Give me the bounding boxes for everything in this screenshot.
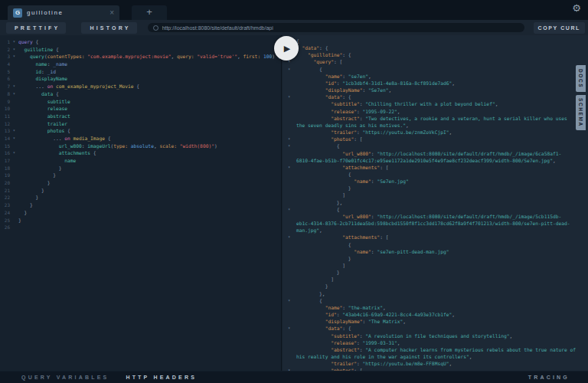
response-line: "url_w800": "http://localhost:8080/site/… (296, 150, 576, 164)
playground-main: 1▾query {2▾ guillotine {3▾ query(content… (0, 35, 588, 372)
fold-gutter (10, 179, 18, 187)
fold-gutter (10, 98, 18, 106)
endpoint-url-input[interactable] (162, 25, 519, 31)
editor-line: 11 abstract (0, 113, 281, 120)
response-line: ▾ { (296, 297, 576, 304)
fold-toggle-icon[interactable]: ▾ (288, 66, 290, 73)
code-text: photos { (18, 127, 281, 135)
editor-line: 21 } (0, 187, 281, 195)
schema-tab[interactable]: SCHEMA (576, 95, 586, 130)
line-number: 22 (0, 194, 10, 201)
response-line: } (296, 283, 576, 290)
fold-toggle-icon[interactable]: ▾ (10, 46, 18, 54)
docs-tab[interactable]: DOCS (576, 65, 586, 92)
code-text: url_w800: imageUrl(type: absolute, scale… (18, 142, 281, 150)
prettify-button[interactable]: PRETTIFY (6, 22, 66, 34)
editor-line: 22 } (0, 194, 281, 201)
line-number: 16 (0, 149, 10, 157)
code-text: } (18, 194, 281, 201)
response-line: "displayName": "Se7en", (296, 87, 576, 93)
response-line: ▾{ (296, 38, 576, 44)
response-line: }, (296, 290, 576, 297)
response-line: "displayName": "The Matrix", (296, 318, 576, 325)
code-text: trailer (18, 120, 281, 128)
history-button[interactable]: HISTORY (81, 22, 136, 34)
fold-toggle-icon[interactable]: ▾ (288, 234, 290, 241)
fold-toggle-icon[interactable]: ▾ (288, 325, 290, 332)
code-text: id: _id (18, 68, 281, 76)
response-line: } (296, 255, 576, 262)
execute-query-button[interactable]: ▶ (274, 36, 299, 61)
settings-gear-icon[interactable]: ⚙ (572, 2, 581, 14)
play-icon: ▶ (284, 44, 290, 53)
editor-line: 15 url_w800: imageUrl(type: absolute, sc… (0, 142, 281, 150)
fold-toggle-icon[interactable]: ▾ (10, 38, 18, 46)
fold-toggle-icon[interactable]: ▾ (288, 93, 290, 100)
line-number: 23 (0, 201, 10, 209)
line-number: 3 (0, 53, 10, 61)
fold-gutter (10, 217, 18, 224)
endpoint-url-bar (148, 23, 524, 32)
editor-line: 17 name (0, 157, 281, 165)
editor-line: 7▾ ... on com_example_myproject_Movie { (0, 83, 281, 90)
line-number: 18 (0, 165, 10, 172)
editor-line: 9 subtitle (0, 98, 281, 106)
response-line: ] (296, 192, 576, 198)
fold-toggle-icon[interactable]: ▾ (288, 206, 290, 213)
response-line: ▾ { (296, 66, 576, 73)
line-number: 7 (0, 83, 10, 90)
fold-toggle-icon[interactable]: ▾ (288, 297, 290, 304)
query-variables-tab[interactable]: QUERY VARIABLES (21, 375, 109, 380)
fold-toggle-icon[interactable]: ▾ (10, 127, 18, 135)
fold-toggle-icon[interactable]: ▾ (10, 83, 18, 90)
line-number: 14 (0, 135, 10, 142)
http-headers-tab[interactable]: HTTP HEADERS (126, 375, 197, 380)
fold-gutter (10, 165, 18, 172)
fold-gutter (10, 142, 18, 150)
response-line: ▾ "guillotine": { (296, 51, 576, 58)
new-tab-button[interactable]: + (132, 5, 167, 20)
code-text: } (18, 209, 281, 217)
close-tab-icon[interactable]: × (109, 9, 114, 17)
code-text: name: _name (18, 61, 281, 68)
code-text: query(contentTypes: "com.example.myproje… (18, 53, 281, 61)
response-line: ▾ "photos": [ (296, 136, 576, 142)
code-text: subtitle (18, 98, 281, 106)
copy-curl-button[interactable]: COPY CURL (534, 22, 586, 34)
response-line: "url_w800": "http://localhost:8080/site/… (296, 213, 576, 234)
code-text: name (18, 157, 281, 165)
response-line: }, (296, 199, 576, 206)
line-number: 25 (0, 217, 10, 224)
fold-toggle-icon[interactable]: ▾ (288, 142, 290, 149)
editor-line: 8▾ data { (0, 90, 281, 98)
response-line: ▾ "attachments": [ (296, 234, 576, 241)
code-text: } (18, 172, 281, 179)
code-text: } (18, 165, 281, 172)
response-line: "trailer": "https://youtu.be/znmZoVkCjpI… (296, 129, 576, 136)
code-text: query { (18, 38, 281, 46)
fold-gutter (10, 201, 18, 209)
fold-toggle-icon[interactable]: ▾ (10, 149, 18, 157)
response-line: { (296, 171, 576, 178)
fold-toggle-icon[interactable]: ▾ (10, 135, 18, 142)
line-number: 5 (0, 68, 10, 76)
fold-toggle-icon[interactable]: ▾ (10, 90, 18, 98)
editor-line: 19 } (0, 172, 281, 179)
editor-line: 14▾ ... on media_Image { (0, 135, 281, 142)
response-line: "release": "1995-09-22", (296, 108, 576, 115)
response-line: "id": "43ab4c16-69a9-4221-8cc4-4a93e37cb… (296, 311, 576, 318)
session-tab-guillotine[interactable]: G guillotine × (8, 5, 119, 20)
fold-toggle-icon[interactable]: ▾ (10, 53, 18, 61)
code-text: ... on com_example_myproject_Movie { (18, 83, 281, 90)
response-line: "release": "1999-03-31", (296, 339, 576, 346)
editor-line: 4 name: _name (0, 61, 281, 68)
line-number: 10 (0, 105, 10, 113)
fold-gutter (10, 209, 18, 217)
fold-toggle-icon[interactable]: ▾ (288, 164, 290, 171)
query-editor[interactable]: 1▾query {2▾ guillotine {3▾ query(content… (0, 35, 282, 372)
code-text (18, 224, 281, 231)
fold-toggle-icon[interactable]: ▾ (288, 136, 290, 142)
response-viewer[interactable]: ▾{▾ "data": {▾ "guillotine": {▾ "query":… (283, 35, 588, 372)
tracing-tab[interactable]: TRACING (528, 375, 570, 380)
response-line: "abstract": "Two detectives, a rookie an… (296, 115, 576, 129)
